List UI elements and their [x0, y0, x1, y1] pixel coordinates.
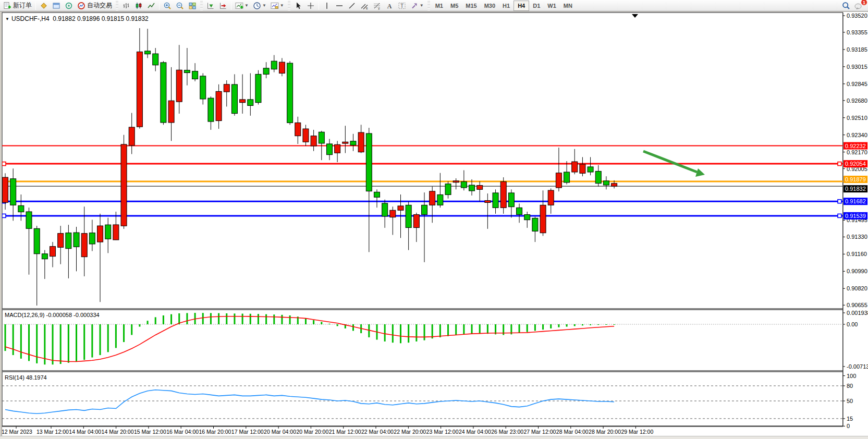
bull-candle [469, 185, 475, 191]
price-badge-0.91682: 0.91682 [843, 198, 867, 205]
line-chart-button[interactable] [145, 1, 157, 11]
fibo-icon: F [373, 2, 381, 10]
auto-scroll-button[interactable] [204, 1, 217, 11]
notifications-button[interactable]: 1 [852, 1, 865, 11]
candle-chart-button[interactable] [132, 1, 145, 11]
timeframe-d1[interactable]: D1 [529, 1, 544, 11]
bear-candle [81, 234, 87, 257]
templates-button[interactable]: ▼ [268, 1, 286, 11]
timeframe-m1[interactable]: M1 [432, 1, 447, 11]
toolbar-grip [288, 1, 290, 10]
bear-candle [97, 226, 103, 242]
price-tick-label: 0.92340 [847, 132, 867, 138]
timeframe-h1[interactable]: H1 [499, 1, 514, 11]
tile-windows-button[interactable] [186, 1, 199, 11]
macd-histogram-bar [313, 320, 314, 324]
price-tick-label: 0.93185 [847, 46, 867, 53]
price-tick-label: 0.92170 [847, 149, 867, 155]
macd-histogram-bar [574, 324, 576, 326]
svg-text:A: A [387, 2, 392, 9]
bull-candle [366, 133, 372, 191]
macd-histogram-bar [289, 315, 291, 324]
bull-candle [287, 63, 293, 123]
horizontal-line-button[interactable] [333, 1, 346, 11]
new-order-button-label: 新订单 [13, 1, 32, 10]
rsi-tick-label: 100 [847, 373, 856, 379]
auto-trading-button[interactable]: 自动交易 [75, 1, 114, 11]
indicators-button[interactable]: ▼ [233, 1, 251, 11]
chart-menu-icon[interactable]: ▼ [5, 17, 9, 21]
line-handle[interactable] [2, 214, 6, 217]
zoom-in-button[interactable] [161, 1, 174, 11]
bear-candle [3, 177, 8, 202]
vertical-line-button[interactable] [321, 1, 333, 11]
time-tick-label: 17 Mar 12:00 [231, 429, 264, 435]
fibonacci-button[interactable]: F [371, 1, 383, 11]
line-handle[interactable] [838, 214, 841, 217]
chart-shift-button[interactable] [217, 1, 229, 11]
price-tick-label: 0.93015 [847, 64, 867, 70]
timeframe-h4[interactable]: H4 [514, 1, 529, 11]
periods-button[interactable]: ▼ [251, 1, 268, 11]
chart-window[interactable]: 0.935200.933550.931850.930150.928450.926… [0, 12, 868, 439]
bull-candle [105, 225, 111, 239]
navigator-button[interactable] [38, 1, 50, 11]
bull-candle [263, 68, 269, 75]
macd-histogram-bar [210, 313, 212, 324]
line-handle[interactable] [2, 162, 6, 166]
data-window-button[interactable] [63, 1, 75, 11]
label-t-icon: T [398, 2, 406, 10]
zoom-out-icon [176, 2, 184, 10]
macd-histogram-bar [186, 313, 188, 324]
market-watch-button[interactable] [50, 1, 63, 11]
bull-candle [145, 51, 151, 54]
svg-text:E: E [366, 7, 368, 10]
bear-candle [398, 206, 404, 210]
crosshair-button[interactable] [304, 1, 317, 11]
trendline-button[interactable] [346, 1, 358, 11]
line-handle[interactable] [838, 162, 841, 166]
timeframe-mn[interactable]: MN [560, 1, 576, 11]
bear-candle [176, 70, 182, 102]
timeframe-m30[interactable]: M30 [481, 1, 499, 11]
line-handle[interactable] [838, 200, 841, 203]
bear-candle [500, 181, 506, 208]
macd-histogram-bar [439, 324, 441, 337]
time-tick-label: 22 Mar 20:00 [394, 429, 426, 435]
time-axis[interactable]: 12 Mar 202313 Mar 12:0014 Mar 04:0014 Ma… [0, 426, 843, 435]
rsi-tick-label: 0 [847, 423, 850, 429]
bar-chart-button[interactable] [120, 1, 132, 11]
bull-candle [10, 179, 16, 205]
timeframe-m15[interactable]: M15 [462, 1, 480, 11]
macd-histogram-bar [68, 324, 69, 363]
macd-histogram-bar [455, 324, 457, 335]
bull-candle [153, 54, 158, 65]
arrows-button[interactable]: ▼ [408, 1, 426, 11]
toolbar-separator [319, 2, 319, 10]
macd-histogram-bar [170, 314, 172, 324]
bull-candle [255, 74, 261, 102]
price-chart-canvas[interactable]: 0.935200.933550.931850.930150.928450.926… [0, 12, 868, 439]
channel-button[interactable]: E [358, 1, 371, 11]
zoom-out-button[interactable] [174, 1, 186, 11]
cursor-button[interactable] [292, 1, 304, 11]
macd-histogram-bar [115, 324, 117, 348]
search-button[interactable] [840, 1, 852, 11]
timeframe-w1[interactable]: W1 [544, 1, 560, 11]
arrows-icon [410, 2, 419, 10]
macd-histogram-bar [463, 324, 464, 334]
macd-histogram-bar [163, 315, 164, 324]
text-label-button[interactable]: T [396, 1, 408, 11]
rsi-tick-label: 15 [847, 416, 853, 422]
rsi-indicator-label: RSI(14) 48.1974 [5, 374, 47, 381]
main-pane[interactable] [2, 13, 843, 309]
search-icon [842, 2, 850, 10]
price-badge-text: 0.92232 [845, 143, 866, 149]
chevron-down-icon: ▼ [280, 3, 284, 8]
macd-pane[interactable] [2, 310, 843, 371]
new-order-button[interactable]: 新订单 [1, 1, 34, 11]
time-tick-label: 28 Mar 20:00 [589, 429, 621, 435]
timeframe-m5[interactable]: M5 [447, 1, 462, 11]
text-button[interactable]: A [383, 1, 396, 11]
price-tick-label: 0.93520 [847, 13, 867, 19]
